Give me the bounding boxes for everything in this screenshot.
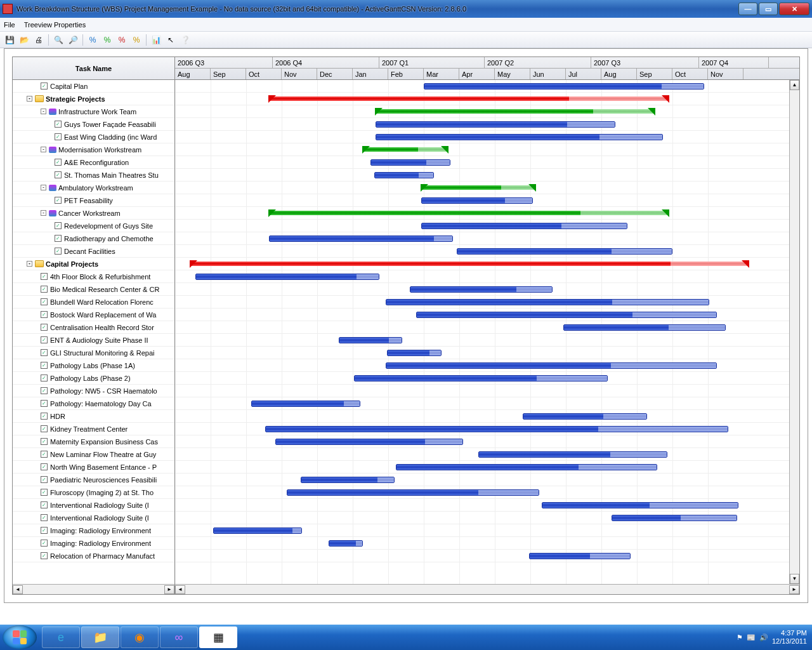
task-row[interactable]: ✓Fluroscopy (Imaging 2) at St. Tho: [13, 486, 174, 499]
gantt-bar[interactable]: [529, 553, 631, 559]
gantt-bar[interactable]: [275, 439, 463, 445]
task-row[interactable]: ✓HDR: [13, 410, 174, 423]
task-row[interactable]: ✓Pathology Labs (Phase 1A): [13, 359, 174, 372]
task-row[interactable]: ✓Imaging: Radiology Environment: [13, 537, 174, 550]
checkbox-icon[interactable]: ✓: [41, 311, 48, 318]
task-row[interactable]: ✓Bostock Ward Replacement of Wa: [13, 308, 174, 321]
checkbox-icon[interactable]: ✓: [55, 171, 62, 178]
checkbox-icon[interactable]: ✓: [41, 273, 48, 280]
gantt-bar[interactable]: [386, 299, 709, 305]
gantt-bar[interactable]: [416, 312, 717, 318]
print-icon[interactable]: 🖨: [32, 33, 46, 47]
checkbox-icon[interactable]: ✓: [55, 159, 62, 166]
task-row[interactable]: ✓East Wing Cladding (inc Ward: [13, 131, 174, 143]
expand-toggle[interactable]: -: [41, 185, 46, 190]
task-row[interactable]: ✓Blundell Ward Relocation Florenc: [13, 296, 174, 308]
task-row[interactable]: ✓4th Floor Block & Refurbishment: [13, 270, 174, 283]
gantt-bar[interactable]: [421, 197, 533, 204]
percent-green-icon[interactable]: %: [100, 33, 114, 47]
checkbox-icon[interactable]: ✓: [41, 387, 48, 394]
expand-toggle[interactable]: -: [27, 96, 32, 102]
checkbox-icon[interactable]: ✓: [41, 476, 48, 483]
task-row[interactable]: ✓Redevelopment of Guys Site: [13, 220, 174, 232]
gantt-bar[interactable]: [269, 235, 453, 242]
menu-file[interactable]: File: [4, 21, 15, 29]
gantt-bar[interactable]: [421, 185, 535, 190]
cursor-icon[interactable]: ↖: [164, 33, 178, 47]
tray-network-icon[interactable]: 📰: [747, 633, 756, 642]
checkbox-icon[interactable]: ✓: [41, 501, 48, 508]
gantt-bar[interactable]: [421, 223, 627, 229]
gantt-bar[interactable]: [339, 337, 402, 343]
task-row[interactable]: ✓Guys Tower Façade Feasabili: [13, 118, 174, 131]
gantt-chart-body[interactable]: [175, 80, 799, 584]
task-row[interactable]: -Cancer Workstream: [13, 207, 174, 220]
checkbox-icon[interactable]: ✓: [41, 527, 48, 534]
zoom-out-icon[interactable]: 🔎: [66, 33, 80, 47]
start-button[interactable]: [3, 625, 37, 649]
gantt-bar[interactable]: [563, 324, 726, 331]
chart-vscroll[interactable]: ▲ ▼: [789, 80, 799, 584]
checkbox-icon[interactable]: ✓: [41, 349, 48, 356]
task-row[interactable]: ✓Radiotherapy and Chemothe: [13, 232, 174, 245]
help-icon[interactable]: ❔: [178, 33, 192, 47]
percent-red-icon[interactable]: %: [115, 33, 129, 47]
gantt-bar[interactable]: [386, 362, 717, 369]
minimize-button[interactable]: —: [738, 3, 757, 15]
scroll-right-icon[interactable]: ►: [789, 585, 799, 594]
checkbox-icon[interactable]: ✓: [55, 133, 62, 140]
percent-blue-icon[interactable]: %: [86, 33, 100, 47]
task-row[interactable]: -Strategic Projects: [13, 93, 174, 105]
gantt-bar[interactable]: [265, 426, 728, 432]
close-button[interactable]: ✕: [779, 3, 809, 15]
gantt-bar[interactable]: [376, 121, 615, 128]
task-row[interactable]: ✓St. Thomas Main Theatres Stu: [13, 169, 174, 182]
gantt-bar[interactable]: [195, 274, 379, 280]
gantt-bar[interactable]: [478, 451, 667, 458]
task-row[interactable]: ✓Relocation of Pharmacy Manufact: [13, 550, 174, 562]
gantt-bar[interactable]: [251, 401, 360, 407]
taskbar-media-icon[interactable]: ◉: [121, 627, 159, 648]
checkbox-icon[interactable]: ✓: [41, 375, 48, 381]
gantt-bar[interactable]: [396, 464, 657, 470]
expand-toggle[interactable]: -: [41, 147, 46, 152]
expand-toggle[interactable]: -: [41, 210, 46, 216]
taskbar-vs-icon[interactable]: ∞: [160, 627, 198, 648]
maximize-button[interactable]: ▭: [759, 3, 778, 15]
checkbox-icon[interactable]: ✓: [41, 425, 48, 432]
checkbox-icon[interactable]: ✓: [41, 514, 48, 521]
task-row[interactable]: -Ambulatory Workstream: [13, 182, 174, 194]
checkbox-icon[interactable]: ✓: [55, 248, 62, 255]
gantt-bar[interactable]: [542, 502, 738, 508]
checkbox-icon[interactable]: ✓: [55, 197, 62, 204]
percent-yellow-icon[interactable]: %: [129, 33, 143, 47]
task-row[interactable]: ✓Paediatric Neurosciences Feasibili: [13, 474, 174, 486]
gantt-bar[interactable]: [370, 159, 450, 166]
task-row[interactable]: ✓Kidney Treatment Center: [13, 423, 174, 435]
gantt-bar[interactable]: [269, 96, 669, 101]
task-row[interactable]: -Modernisation Workstream: [13, 143, 174, 156]
tree-body[interactable]: ✓Capital Plan-Strategic Projects-Infrast…: [13, 80, 174, 584]
checkbox-icon[interactable]: ✓: [41, 286, 48, 293]
task-row[interactable]: ✓Maternity Expansion Business Cas: [13, 435, 174, 448]
zoom-in-icon[interactable]: 🔍: [51, 33, 65, 47]
taskbar-explorer-icon[interactable]: 📁: [81, 627, 119, 648]
checkbox-icon[interactable]: ✓: [41, 489, 48, 496]
gantt-bar[interactable]: [410, 286, 553, 293]
gantt-bar[interactable]: [354, 375, 608, 381]
task-row[interactable]: ✓ENT & Audiology Suite Phase II: [13, 334, 174, 347]
tree-hscroll[interactable]: ◄ ►: [13, 584, 174, 594]
checkbox-icon[interactable]: ✓: [55, 222, 62, 229]
checkbox-icon[interactable]: ✓: [41, 413, 48, 420]
system-tray[interactable]: ⚑ 📰 🔊 4:37 PM 12/13/2011: [737, 629, 809, 646]
task-row[interactable]: ✓Bio Medical Research Center & CR: [13, 283, 174, 296]
tray-clock[interactable]: 4:37 PM 12/13/2011: [772, 629, 807, 646]
gantt-bar[interactable]: [287, 489, 539, 496]
gantt-bar[interactable]: [523, 413, 647, 420]
chart-icon[interactable]: 📊: [149, 33, 163, 47]
expand-toggle[interactable]: -: [27, 261, 32, 267]
tray-flag-icon[interactable]: ⚑: [737, 633, 743, 642]
task-row[interactable]: ✓Pathology Labs (Phase 2): [13, 372, 174, 385]
checkbox-icon[interactable]: ✓: [41, 451, 48, 458]
gantt-bar[interactable]: [376, 134, 663, 140]
